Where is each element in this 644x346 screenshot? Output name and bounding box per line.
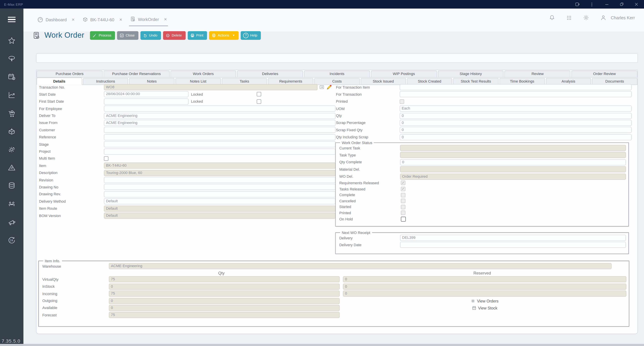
sidebar-item-incidents[interactable] [8, 163, 16, 172]
issue-from-field[interactable]: ACME Engineering [104, 120, 336, 126]
tab-deliveries[interactable]: Deliveries [237, 70, 303, 77]
view-stock-link[interactable]: View Stock [472, 306, 497, 310]
project-field[interactable] [104, 148, 336, 155]
scrap-fixed-qty-field[interactable]: 0 [400, 127, 632, 133]
sidebar-item-announcements[interactable] [8, 218, 16, 226]
tab-review[interactable]: Review [504, 70, 570, 77]
nav-tab-item[interactable]: BK-T44U-60 ✕ [81, 14, 123, 26]
tab-details[interactable]: Details [36, 77, 82, 85]
tab-instructions[interactable]: Instructions [83, 78, 128, 85]
sidebar-item-service-24h[interactable]: 24 [8, 236, 16, 245]
tab-purchase-orders[interactable]: Purchase Orders [36, 70, 102, 77]
goto-transaction-icon[interactable] [319, 85, 324, 90]
restore-button[interactable] [618, 1, 624, 7]
user-name[interactable]: Charles Kerr [611, 15, 635, 20]
hamburger-menu-icon[interactable] [8, 17, 16, 22]
actions-printer-icon [212, 33, 216, 37]
tab-stock-issued[interactable]: Stock Issued [360, 78, 406, 85]
help-button[interactable]: ? Help [241, 31, 261, 39]
tab-documents[interactable]: Documents [592, 78, 637, 85]
sidebar-item-hr[interactable] [8, 55, 16, 63]
qty-complete-field[interactable]: 0 [400, 159, 626, 165]
tab-stock-created[interactable]: Stock Created [407, 78, 452, 85]
bom-version-field[interactable]: Default [104, 213, 336, 219]
undo-button[interactable]: Undo [140, 31, 161, 39]
settings-gear-icon[interactable] [583, 14, 589, 21]
tab-tasks[interactable]: Tasks [222, 78, 267, 85]
delivery-date-field[interactable] [400, 242, 626, 248]
sidebar-item-data[interactable] [8, 181, 16, 190]
tab-time-bookings[interactable]: Time Bookings [499, 78, 545, 85]
apps-grid-icon[interactable] [566, 14, 572, 21]
nav-tab-workorder[interactable]: WorkOrder ✕ [129, 13, 168, 26]
box-receive-icon [8, 127, 16, 136]
delivery-method-field[interactable]: Default [104, 198, 336, 205]
delete-button[interactable]: Delete [163, 31, 186, 39]
stage-field[interactable] [104, 141, 336, 147]
sidebar-item-meetings[interactable] [8, 200, 16, 208]
tab-work-orders[interactable]: Work Orders [170, 70, 236, 77]
drawing-rev-field[interactable] [104, 191, 336, 197]
first-start-date-field[interactable] [104, 98, 188, 105]
close-tab-icon[interactable]: ✕ [72, 17, 74, 21]
start-date-field[interactable]: 28/06/2024 00:00:00 [104, 91, 188, 97]
item-info-row: Outgoing0 View Orders [42, 298, 626, 304]
actions-button[interactable]: Actions ▼ [209, 31, 238, 39]
sidebar-item-planning[interactable] [8, 73, 16, 81]
extension-icon[interactable] [574, 1, 580, 7]
sidebar-item-goods-in[interactable] [8, 127, 16, 136]
tab-analysis[interactable]: Analysis [546, 78, 591, 85]
minimize-button[interactable] [604, 1, 610, 7]
uom-field[interactable]: Each [400, 105, 632, 112]
tab-requirements[interactable]: Requirements [268, 78, 314, 85]
for-transaction-item-field[interactable] [400, 84, 632, 90]
sidebar-item-analytics[interactable] [8, 91, 16, 99]
sidebar-item-production[interactable] [8, 145, 16, 154]
tab-stock-test-results[interactable]: Stock Test Results [453, 78, 498, 85]
tab-incidents[interactable]: Incidents [304, 70, 370, 77]
start-date-locked-checkbox[interactable] [257, 92, 261, 97]
description-field[interactable]: Touring-2000 Blue, 60 [104, 170, 336, 176]
nav-tab-dashboard[interactable]: Dashboard ✕ [36, 14, 76, 26]
notifications-bell-icon[interactable] [549, 14, 555, 21]
close-tab-icon[interactable]: ✕ [164, 17, 167, 21]
print-button[interactable]: Print [188, 31, 207, 39]
tab-order-review[interactable]: Order Review [572, 70, 638, 77]
close-window-button[interactable] [633, 1, 639, 7]
close-button[interactable]: Close [117, 31, 138, 39]
tab-notes[interactable]: Notes [129, 78, 174, 85]
on-hold-checkbox[interactable] [401, 217, 406, 221]
tab-wip-postings[interactable]: WIP Postings [371, 70, 437, 77]
item-field[interactable]: BK-T44U-60 [104, 163, 336, 169]
process-button[interactable]: Process [90, 31, 115, 39]
tab-notes-list[interactable]: Notes List [175, 78, 221, 85]
revision-field[interactable] [104, 177, 336, 183]
qty-including-scrap-field[interactable]: 0 [400, 134, 632, 140]
delivery-field[interactable]: DEL399 [400, 235, 626, 241]
first-start-date-locked-checkbox[interactable] [257, 99, 261, 104]
customer-field[interactable] [104, 127, 336, 133]
view-orders-link[interactable]: View Orders [471, 299, 498, 303]
item-route-field[interactable]: Default [104, 206, 336, 212]
deliver-to-field[interactable]: ACME Engineering [104, 113, 336, 119]
sidebar-item-favorites[interactable] [8, 36, 16, 45]
horizontal-scrollbar[interactable] [0, 344, 644, 346]
tab-purchase-order-reservations[interactable]: Purchase Order Reservations [104, 70, 170, 77]
menu-kebab-icon[interactable] [589, 1, 595, 7]
user-avatar-icon[interactable] [600, 14, 606, 21]
scrap-percentage-field[interactable]: 0 [400, 120, 632, 126]
for-employee-field[interactable] [104, 105, 336, 112]
reference-field[interactable] [104, 134, 336, 140]
drawing-no-field[interactable] [104, 184, 336, 190]
cancelled-checkbox [401, 199, 405, 203]
view-orders-label: View Orders [477, 299, 498, 303]
qty-field[interactable]: 0 [400, 113, 632, 119]
tab-stage-history[interactable]: Stage History [438, 70, 504, 77]
tab-costs[interactable]: Costs [314, 78, 360, 85]
sidebar-item-purchasing[interactable] [8, 109, 16, 118]
for-transaction-field[interactable] [400, 91, 632, 97]
multi-item-checkbox[interactable] [104, 156, 108, 161]
close-tab-icon[interactable]: ✕ [119, 17, 122, 21]
edit-pencil-icon[interactable] [326, 85, 332, 90]
transaction-no-field[interactable]: WO8 [104, 84, 318, 90]
